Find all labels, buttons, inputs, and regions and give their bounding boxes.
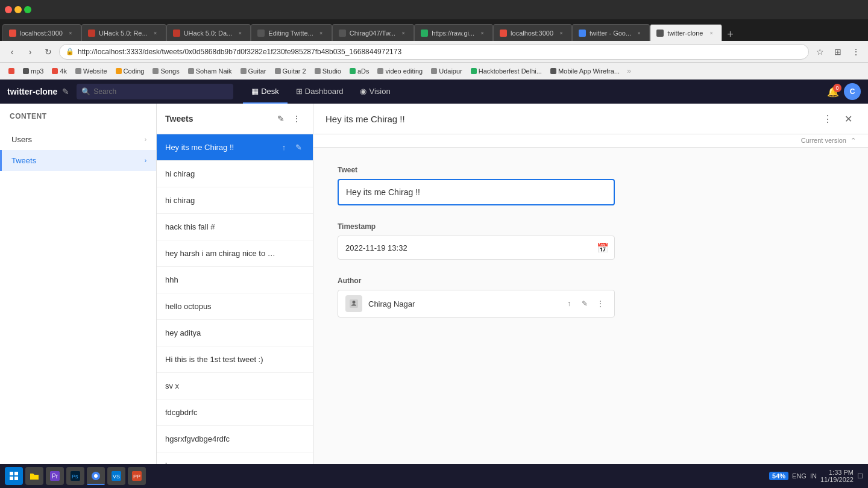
tweet-item-1[interactable]: Hey its me Chirag !! ↑ ✎ (157, 134, 313, 161)
refresh-button[interactable]: ↻ (41, 45, 55, 59)
search-input[interactable] (77, 84, 233, 99)
tweet-item-8[interactable]: hey aditya ↑ ✎ (157, 320, 313, 346)
tab-uhack1[interactable]: UHack 5.0: Re... × (81, 24, 166, 41)
unlink-icon[interactable]: ↑ (278, 142, 290, 154)
bookmark-guitar[interactable]: Guitar (237, 66, 270, 76)
taskbar-explorer[interactable] (25, 467, 43, 485)
tab-close-icon[interactable]: × (557, 29, 565, 37)
tab-localhost2[interactable]: localhost:3000 × (493, 24, 572, 41)
bookmark-guitar2[interactable]: Guitar 2 (271, 66, 310, 76)
bookmark-coding[interactable]: Coding (112, 66, 148, 76)
bookmark-ads[interactable]: aDs (346, 66, 373, 76)
tab-uhack2[interactable]: UHack 5.0: Da... × (166, 24, 251, 41)
bookmark-home[interactable] (5, 67, 18, 75)
tweet-item-11[interactable]: fdcgbdrfc ↑ ✎ (157, 399, 313, 426)
bookmarks-more[interactable]: » (627, 66, 631, 75)
tab-close-icon[interactable]: × (317, 29, 326, 37)
tab-localhost1[interactable]: localhost:3000 × (2, 24, 81, 41)
unlink-icon[interactable]: ↑ (278, 354, 290, 366)
tweet-item-5[interactable]: hey harsh i am chirag nice to me... ↑ ✎ (157, 240, 313, 267)
unlink-icon[interactable]: ↑ (278, 380, 290, 392)
unlink-icon[interactable]: ↑ (278, 248, 290, 260)
bookmark-video[interactable]: video editing (374, 66, 426, 76)
new-tab-button[interactable]: + (723, 28, 737, 41)
nav-item-dashboard[interactable]: ⊞ Dashboard (288, 80, 352, 104)
tab-raw[interactable]: https://raw.gi... × (414, 24, 493, 41)
avatar[interactable]: C (844, 83, 861, 100)
tweet-item-7[interactable]: hello octopus ↑ ✎ (157, 293, 313, 320)
edit-icon[interactable]: ✎ (292, 327, 304, 339)
forward-button[interactable]: › (23, 45, 37, 59)
timestamp-input[interactable] (338, 243, 591, 252)
bookmark-website[interactable]: Website (72, 66, 111, 76)
tab-twitter-clone[interactable]: twitter-clone × (650, 24, 722, 41)
edit-icon[interactable]: ✎ (292, 301, 304, 313)
tweet-item-9[interactable]: Hi this is the 1st test tweet :) ↑ ✎ (157, 346, 313, 373)
tab-close-icon[interactable]: × (707, 29, 715, 37)
content-more-button[interactable]: ⋮ (820, 111, 835, 127)
bookmark-hacktoberfest[interactable]: Hacktoberfest Delhi... (467, 66, 546, 76)
edit-icon[interactable]: ✎ (292, 168, 304, 180)
unlink-icon[interactable]: ↑ (278, 195, 290, 207)
author-more-button[interactable]: ⋮ (594, 297, 607, 310)
unlink-icon[interactable]: ↑ (278, 407, 290, 419)
content-close-button[interactable]: ✕ (840, 111, 856, 127)
edit-icon[interactable]: ✎ (292, 407, 304, 419)
bookmark-udaipur[interactable]: Udaipur (427, 66, 466, 76)
taskbar-chrome[interactable] (87, 467, 105, 485)
taskbar-powerpoint[interactable]: PP (128, 467, 146, 485)
edit-icon[interactable]: ✎ (292, 380, 304, 392)
bookmark-4k[interactable]: 4k (48, 66, 71, 76)
unlink-icon[interactable]: ↑ (278, 301, 290, 313)
tweet-input[interactable] (338, 179, 615, 205)
tab-close-icon[interactable]: × (236, 29, 244, 37)
edit-icon[interactable]: ✎ (292, 433, 304, 445)
bookmark-mp3[interactable]: mp3 (19, 66, 47, 76)
calendar-icon[interactable]: 📅 (591, 236, 614, 259)
bookmark-soham[interactable]: Soham Naik (184, 66, 236, 76)
taskbar-vscode[interactable]: VS (107, 467, 125, 485)
bookmark-button[interactable]: ☆ (813, 45, 827, 59)
tab-close-icon[interactable]: × (151, 29, 160, 37)
tweet-item-10[interactable]: sv x ↑ ✎ (157, 373, 313, 399)
sidebar-item-users[interactable]: Users › (0, 129, 156, 150)
edit-icon[interactable]: ✎ (292, 142, 304, 154)
bookmark-studio[interactable]: Studio (311, 66, 345, 76)
tab-close-icon[interactable]: × (635, 29, 643, 37)
tweet-item-3[interactable]: hi chirag ↑ ✎ (157, 187, 313, 214)
author-unlink-button[interactable]: ↑ (562, 297, 576, 310)
nav-item-desk[interactable]: ▦ Desk (243, 80, 288, 104)
unlink-icon[interactable]: ↑ (278, 221, 290, 233)
edit-icon[interactable]: ✎ (292, 195, 304, 207)
taskbar-ps[interactable]: Ps (66, 467, 84, 485)
tab-close-icon[interactable]: × (66, 29, 75, 37)
edit-icon[interactable]: ✎ (62, 87, 69, 96)
bookmark-mobile[interactable]: Mobile App Wirefra... (547, 66, 623, 76)
address-bar[interactable]: 🔒 http://localhost:3333/desk/tweets/0x0d… (59, 44, 809, 60)
edit-icon[interactable]: ✎ (292, 354, 304, 366)
tab-close-icon[interactable]: × (478, 29, 486, 37)
unlink-icon[interactable]: ↑ (278, 274, 290, 286)
notification-button[interactable]: 🔔 0 (827, 86, 839, 98)
extensions-button[interactable]: ⊞ (831, 45, 845, 59)
edit-icon[interactable]: ✎ (292, 221, 304, 233)
tab-twitter-google[interactable]: twitter - Goo... × (572, 24, 650, 41)
unlink-icon[interactable]: ↑ (278, 327, 290, 339)
notification-tray-icon[interactable]: ☐ (857, 472, 863, 480)
edit-icon[interactable]: ✎ (292, 274, 304, 286)
unlink-icon[interactable]: ↑ (278, 433, 290, 445)
compose-button[interactable]: ✎ (273, 111, 289, 127)
tweet-item-6[interactable]: hhh ↑ ✎ (157, 267, 313, 293)
tab-chirag[interactable]: Chirag047/Tw... × (332, 24, 414, 41)
nav-item-vision[interactable]: ◉ Vision (351, 80, 398, 104)
sidebar-item-tweets[interactable]: Tweets › (0, 150, 156, 171)
more-options-button[interactable]: ⋮ (289, 111, 304, 127)
tab-editing[interactable]: Editing Twitte... × (251, 24, 332, 41)
edit-icon[interactable]: ✎ (292, 248, 304, 260)
taskbar-editor[interactable]: Pr (46, 467, 64, 485)
unlink-icon[interactable]: ↑ (278, 168, 290, 180)
tab-close-icon[interactable]: × (399, 29, 407, 37)
start-button[interactable] (5, 467, 23, 485)
tweet-item-4[interactable]: hack this fall # ↑ ✎ (157, 214, 313, 240)
tweet-item-12[interactable]: hgsrxfgvdbge4rdfc ↑ ✎ (157, 426, 313, 452)
